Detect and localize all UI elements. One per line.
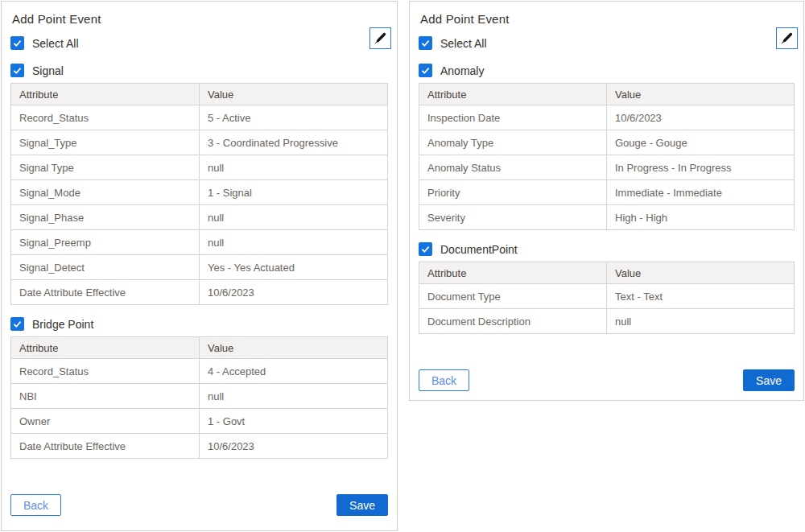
select-all-label: Select All <box>440 37 487 50</box>
section-label-signal: Signal <box>32 64 64 77</box>
table-cell: Document Description <box>419 309 607 334</box>
table-header-row: Attribute Value <box>11 84 388 105</box>
table-cell: 10/6/2023 <box>607 105 795 130</box>
section-label-bridge-point: Bridge Point <box>32 318 93 331</box>
table-cell: 3 - Coordinated Progressive <box>200 130 388 155</box>
table-cell: High - High <box>607 205 795 230</box>
eyedropper-tool-button[interactable] <box>776 27 798 49</box>
table-cell: Date Attribute Effective <box>11 434 200 459</box>
section-row-signal: Signal <box>10 64 388 77</box>
table-cell: 5 - Active <box>200 105 388 130</box>
check-icon <box>420 38 431 48</box>
table-row: NBInull <box>11 384 388 409</box>
table-cell: 1 - Signal <box>200 180 388 205</box>
table-cell: Signal Type <box>11 155 200 180</box>
table-row: Record_Status4 - Accepted <box>11 359 388 384</box>
table-row: PriorityImmediate - Immediate <box>419 180 795 205</box>
section-label-document-point: DocumentPoint <box>440 243 518 256</box>
page-title: Add Point Event <box>12 12 388 26</box>
table-cell: Signal_Mode <box>11 180 200 205</box>
table-cell: In Progress - In Progress <box>607 155 795 180</box>
anomaly-checkbox[interactable] <box>419 64 432 77</box>
table-cell: Date Attribute Effective <box>11 280 200 305</box>
select-all-row: Select All <box>10 36 388 50</box>
back-button[interactable]: Back <box>419 369 469 391</box>
table-row: Date Attribute Effective10/6/2023 <box>11 280 388 305</box>
table-cell: 1 - Govt <box>200 409 388 434</box>
value-column-header: Value <box>607 84 795 105</box>
select-all-checkbox[interactable] <box>10 36 24 50</box>
table-cell: Immediate - Immediate <box>607 180 795 205</box>
table-row: Signal_Phasenull <box>11 205 388 230</box>
table-cell: Priority <box>419 180 607 205</box>
page-title: Add Point Event <box>420 12 795 26</box>
check-icon <box>420 244 431 254</box>
table-cell: Anomaly Status <box>419 155 607 180</box>
table-cell: Signal_Type <box>11 130 200 155</box>
value-column-header: Value <box>200 84 388 105</box>
table-header-row: Attribute Value <box>11 337 388 359</box>
footer-buttons: Back Save <box>10 494 388 516</box>
table-cell: null <box>200 384 388 409</box>
check-icon <box>12 38 23 48</box>
document-point-attribute-table: Attribute Value Document TypeText - Text… <box>419 262 795 334</box>
panel-content: Add Point Event Select All Signal <box>2 2 397 530</box>
save-button[interactable]: Save <box>743 369 795 391</box>
table-row: Anomaly TypeGouge - Gouge <box>419 130 795 155</box>
back-button[interactable]: Back <box>10 494 61 516</box>
attribute-column-header: Attribute <box>11 337 200 359</box>
table-cell: Yes - Yes Actuated <box>200 255 388 280</box>
bridge-point-checkbox[interactable] <box>10 317 24 331</box>
section-row-document-point: DocumentPoint <box>419 242 795 256</box>
attribute-column-header: Attribute <box>419 262 607 284</box>
table-cell: Inspection Date <box>419 105 607 130</box>
section-row-bridge-point: Bridge Point <box>10 317 388 331</box>
table-cell: null <box>607 309 795 334</box>
table-cell: Text - Text <box>607 284 795 309</box>
table-cell: Severity <box>419 205 607 230</box>
table-cell: Signal_Preemp <box>11 230 200 255</box>
signal-attribute-table: Attribute Value Record_Status5 - ActiveS… <box>10 83 388 305</box>
attribute-column-header: Attribute <box>11 84 200 105</box>
add-point-event-panel-left: Add Point Event Select All Signal <box>1 1 398 531</box>
table-cell: Signal_Detect <box>11 255 200 280</box>
table-row: Anomaly StatusIn Progress - In Progress <box>419 155 795 180</box>
panel-content: Add Point Event Select All Anomaly <box>410 2 803 400</box>
table-cell: NBI <box>11 384 200 409</box>
document-point-checkbox[interactable] <box>419 242 432 256</box>
attribute-column-header: Attribute <box>419 84 607 105</box>
value-column-header: Value <box>607 262 795 284</box>
table-row: Record_Status5 - Active <box>11 105 388 130</box>
table-row: Owner1 - Govt <box>11 409 388 434</box>
table-cell: Signal_Phase <box>11 205 200 230</box>
table-row: Signal_Preempnull <box>11 230 388 255</box>
table-header-row: Attribute Value <box>419 262 795 284</box>
anomaly-attribute-table: Attribute Value Inspection Date10/6/2023… <box>419 83 795 230</box>
save-button[interactable]: Save <box>336 494 388 516</box>
table-cell: null <box>200 230 388 255</box>
value-column-header: Value <box>200 337 388 359</box>
table-row: Document Descriptionnull <box>419 309 795 334</box>
table-cell: null <box>200 205 388 230</box>
table-row: Signal Typenull <box>11 155 388 180</box>
table-cell: Document Type <box>419 284 607 309</box>
bridge-point-attribute-table: Attribute Value Record_Status4 - Accepte… <box>10 336 388 459</box>
section-row-anomaly: Anomaly <box>419 64 795 77</box>
table-cell: 4 - Accepted <box>200 359 388 384</box>
eyedropper-tool-button[interactable] <box>369 27 391 49</box>
section-label-anomaly: Anomaly <box>440 64 484 77</box>
table-cell: Record_Status <box>11 105 200 130</box>
table-row: Signal_Mode1 - Signal <box>11 180 388 205</box>
select-all-row: Select All <box>419 36 795 50</box>
check-icon <box>12 65 23 76</box>
check-icon <box>12 319 23 329</box>
table-row: Inspection Date10/6/2023 <box>419 105 795 130</box>
table-header-row: Attribute Value <box>419 84 795 105</box>
table-row: Signal_Type3 - Coordinated Progressive <box>11 130 388 155</box>
select-all-label: Select All <box>32 37 79 50</box>
signal-checkbox[interactable] <box>10 64 24 77</box>
select-all-checkbox[interactable] <box>419 36 432 50</box>
add-point-event-panel-right: Add Point Event Select All Anomaly <box>409 1 804 401</box>
table-cell: 10/6/2023 <box>200 434 388 459</box>
eyedropper-icon <box>780 31 794 45</box>
